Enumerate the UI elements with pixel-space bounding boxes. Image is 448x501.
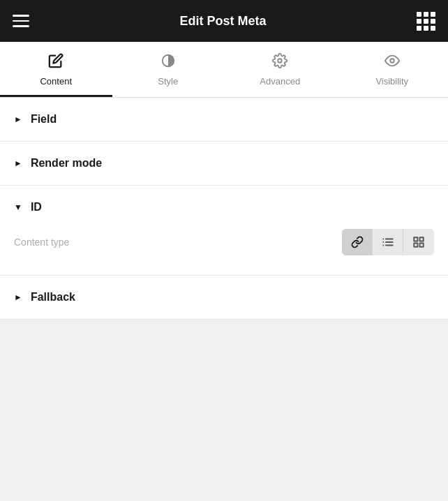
svg-rect-8 xyxy=(414,237,417,241)
section-id-label: ID xyxy=(31,201,42,214)
toggle-group xyxy=(342,229,434,255)
chevron-right-icon: ► xyxy=(14,158,22,168)
chevron-right-icon: ► xyxy=(14,114,22,124)
section-render-mode-label: Render mode xyxy=(31,157,102,170)
svg-rect-11 xyxy=(414,244,417,247)
toggle-grid-button[interactable] xyxy=(403,229,434,255)
section-render-mode-header[interactable]: ► Render mode xyxy=(0,142,448,185)
section-id: ▼ ID Content type xyxy=(0,186,448,276)
chevron-down-icon: ▼ xyxy=(14,202,22,212)
tabs-bar: Content Style Advanced Visibility xyxy=(0,42,448,98)
tab-content[interactable]: Content xyxy=(0,42,112,97)
section-id-header[interactable]: ▼ ID xyxy=(0,186,448,229)
tab-content-label: Content xyxy=(40,76,72,87)
svg-point-0 xyxy=(278,59,283,63)
section-id-content: Content type xyxy=(0,229,448,275)
hamburger-menu-icon[interactable] xyxy=(13,15,29,27)
tab-visibility-label: Visibility xyxy=(375,76,408,87)
tab-advanced[interactable]: Advanced xyxy=(224,42,336,97)
tab-style[interactable]: Style xyxy=(112,42,225,97)
content-type-label: Content type xyxy=(14,237,69,248)
apps-grid-icon[interactable] xyxy=(417,12,435,31)
section-field-label: Field xyxy=(31,113,57,126)
style-halfcircle-icon xyxy=(160,53,176,72)
section-fallback-header[interactable]: ► Fallback xyxy=(0,276,448,319)
section-render-mode: ► Render mode xyxy=(0,142,448,186)
svg-rect-9 xyxy=(420,237,424,241)
eye-icon xyxy=(384,53,400,72)
link-icon xyxy=(351,236,364,248)
section-fallback: ► Fallback xyxy=(0,276,448,320)
section-field: ► Field xyxy=(0,98,448,142)
header: Edit Post Meta xyxy=(0,0,448,42)
gear-icon xyxy=(272,53,288,72)
chevron-right-icon: ► xyxy=(14,292,22,302)
tab-style-label: Style xyxy=(158,76,178,87)
toggle-link-button[interactable] xyxy=(342,229,373,255)
list-icon xyxy=(382,236,394,248)
section-fallback-label: Fallback xyxy=(31,291,75,304)
main-content: ► Field ► Render mode ▼ ID Content type xyxy=(0,98,448,320)
tab-advanced-label: Advanced xyxy=(260,76,300,87)
section-field-header[interactable]: ► Field xyxy=(0,98,448,141)
content-type-row: Content type xyxy=(14,229,434,255)
svg-point-1 xyxy=(390,59,394,63)
pencil-icon xyxy=(48,53,64,72)
grid-view-icon xyxy=(412,236,425,248)
tab-visibility[interactable]: Visibility xyxy=(336,42,449,97)
toggle-list-button[interactable] xyxy=(373,229,403,255)
svg-rect-10 xyxy=(420,244,424,247)
page-title: Edit Post Meta xyxy=(179,14,266,29)
